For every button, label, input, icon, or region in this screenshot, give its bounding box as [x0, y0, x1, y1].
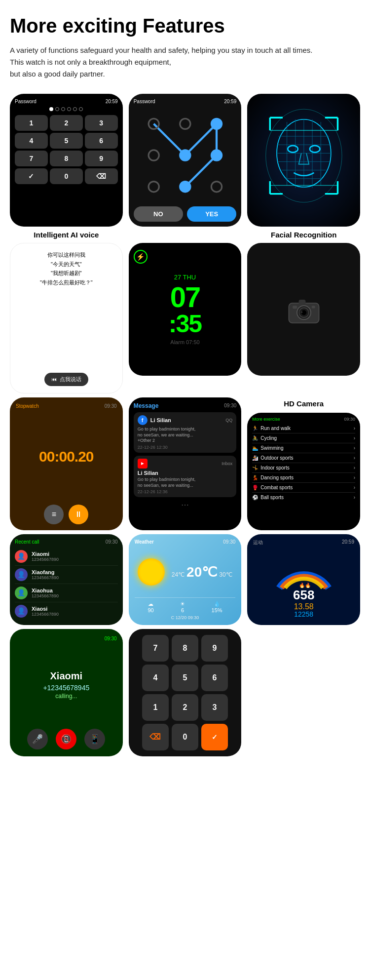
mic-btn[interactable]: 🎤: [27, 729, 48, 749]
call-xiaomi[interactable]: 👤 Xiaomi12345667890: [15, 548, 118, 566]
svg-rect-35: [298, 299, 305, 305]
pattern-yes-btn[interactable]: YES: [187, 206, 236, 222]
ai-line-1: 你可以这样问我: [40, 250, 93, 260]
weather-stat-2: ☀6: [180, 601, 185, 613]
sports-label: 运动: [253, 539, 263, 546]
numpad-7[interactable]: 7: [15, 151, 48, 166]
clock-minute: :35: [169, 312, 201, 336]
exercise-cycling[interactable]: 🚴Cycling›: [252, 433, 355, 443]
camera-icon: [287, 294, 321, 325]
password-screen-2: Password 20:59: [129, 94, 242, 227]
call-xiaofang[interactable]: 👤 Xiaofang12345667890: [15, 566, 118, 584]
exercise-run[interactable]: 🏃Run and walk›: [252, 424, 355, 433]
avatar-xiaofang: 👤: [15, 568, 28, 581]
svg-point-12: [211, 182, 222, 192]
exercise-swimming[interactable]: 🏊Swimming›: [252, 443, 355, 453]
message-screen: Message 09:30 f Li Silian QQ Go to play …: [129, 397, 242, 530]
calls-label: Recent call: [15, 539, 39, 545]
calc-7[interactable]: 7: [142, 635, 169, 662]
calc-9[interactable]: 9: [201, 635, 228, 662]
numpad-5[interactable]: 5: [50, 133, 83, 149]
msg2-body: Go to play badminton tonight,no seeSan, …: [138, 477, 233, 488]
ai-voice-label: Intelligent AI voice: [10, 231, 123, 239]
face-recognition-svg: [253, 100, 355, 220]
calc-5[interactable]: 5: [172, 665, 198, 691]
stopwatch-pause-btn[interactable]: ⏸: [69, 505, 88, 524]
msg2-sender-name: Li Silian: [138, 470, 233, 476]
avatar-xiaohua: 👤: [15, 587, 28, 599]
calls-screen: Recent call 09:30 👤 Xiaomi12345667890 👤 …: [10, 534, 123, 625]
calc-8[interactable]: 8: [172, 635, 198, 662]
svg-point-7: [148, 150, 159, 160]
numpad-9[interactable]: 9: [85, 151, 118, 166]
sports-gauge-svg: 🔥 🔥: [269, 549, 338, 593]
ai-line-2: "今天的天气": [40, 260, 93, 269]
clock-screen: ⚡ 27 THU 07 :35 Alarm 07:50: [129, 243, 242, 376]
face-recognition-label: Facial Recognition: [247, 231, 360, 239]
numpad-del[interactable]: ⌫: [85, 168, 118, 184]
weather-temp-low: 24℃: [172, 571, 185, 578]
spacer-cell: [247, 629, 360, 756]
ai-btn-label: 点我说话: [60, 376, 81, 383]
svg-line-0: [153, 124, 185, 156]
numpad-8[interactable]: 8: [50, 151, 83, 166]
exercise-dancing[interactable]: 💃Dancing sports›: [252, 473, 355, 483]
numpad-6[interactable]: 6: [85, 133, 118, 149]
exercise-outdoor[interactable]: 🏂Outdoor sports›: [252, 453, 355, 463]
weather-label: Weather: [135, 539, 154, 545]
calc-1[interactable]: 1: [142, 694, 169, 721]
page-wrapper: More exciting Features A variety of func…: [0, 0, 370, 776]
clock-hour: 07: [170, 283, 200, 312]
numpad-4[interactable]: 4: [15, 133, 48, 149]
avatar-xiaosi: 👤: [15, 605, 28, 618]
call-xiaohua[interactable]: 👤 Xiaohua12345667890: [15, 584, 118, 602]
voice-icon: ⏮: [51, 376, 57, 382]
svg-point-38: [301, 311, 303, 313]
calc-0[interactable]: 0: [172, 724, 198, 750]
numpad-check[interactable]: ✓: [15, 168, 48, 184]
calc-3[interactable]: 3: [201, 694, 228, 721]
sports-val2: 13.58: [293, 602, 314, 611]
message-item-2: ▶ Inbox Li Silian Go to play badminton t…: [134, 456, 237, 497]
msg1-tag: QQ: [225, 418, 232, 423]
call-xiaosi[interactable]: 👤 Xiaosi12345667890: [15, 602, 118, 620]
pw1-time: 20:59: [106, 99, 118, 104]
end-call-btn[interactable]: 📵: [56, 729, 76, 749]
phone-btn[interactable]: 📱: [84, 729, 105, 749]
exercise-ball[interactable]: ⚽Ball sports›: [252, 493, 355, 502]
numpad-1[interactable]: 1: [15, 115, 48, 131]
calls-time: 09:30: [106, 539, 118, 545]
exercise-combat[interactable]: 🥊Combat sports›: [252, 483, 355, 493]
msg2-tag: Inbox: [222, 461, 232, 466]
exercise-indoor[interactable]: 🤸Indoor sports›: [252, 463, 355, 473]
stopwatch-menu-btn[interactable]: ≡: [44, 505, 64, 524]
svg-point-9: [211, 150, 222, 160]
msg1-sender: Li Silian: [150, 417, 171, 423]
message-time: 09:30: [224, 403, 236, 408]
numpad-2[interactable]: 2: [50, 115, 83, 131]
ai-voice-btn[interactable]: ⏮ 点我说话: [44, 373, 88, 386]
pattern-no-btn[interactable]: NO: [134, 206, 183, 222]
sun-icon: [138, 558, 165, 586]
message-item-1: f Li Silian QQ Go to play badminton toni…: [134, 412, 237, 453]
svg-point-6: [211, 118, 222, 129]
weather-stat-3: 💧15%: [212, 601, 222, 613]
weather-stat-1: ☁90: [148, 601, 153, 613]
message-app-name: Message: [134, 402, 159, 409]
weather-temp-main: 20℃: [186, 564, 217, 580]
sports-val3: 12258: [293, 611, 314, 618]
calc-6[interactable]: 6: [201, 665, 228, 691]
numpad-0[interactable]: 0: [50, 168, 83, 184]
calc-4[interactable]: 4: [142, 665, 169, 691]
weather-screen: Weather 09:30 24℃ 20℃ 30℃ ☁90 ☀6 💧15: [129, 534, 242, 625]
calc-ok[interactable]: ✓: [201, 724, 228, 750]
numpad-3[interactable]: 3: [85, 115, 118, 131]
calc-2[interactable]: 2: [172, 694, 198, 721]
sports-time: 20:59: [342, 539, 354, 545]
msg2-date: 22-12-26 12:36: [138, 489, 233, 494]
ai-line-3: "我想听越剧": [40, 269, 93, 278]
calc-del[interactable]: ⌫: [142, 724, 169, 750]
sports-gauge-screen: 运动 20:59 🔥 🔥 658 13.58 12258: [247, 534, 360, 625]
ai-line-4: "牛排怎么煎最好吃？": [40, 278, 93, 287]
youtube-icon: ▶: [138, 459, 148, 469]
